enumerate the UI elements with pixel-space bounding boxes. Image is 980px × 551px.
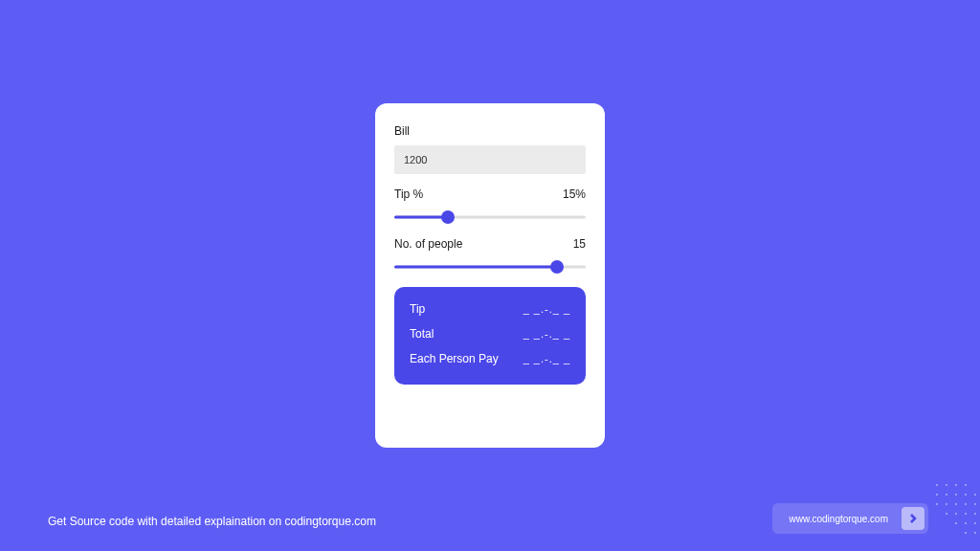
- decorative-dots: [903, 474, 980, 551]
- result-tip-value: _ _.-._ _: [523, 303, 570, 315]
- footer-link-label: www.codingtorque.com: [776, 508, 902, 530]
- people-value: 15: [573, 237, 586, 251]
- tip-slider-thumb[interactable]: [441, 210, 455, 224]
- result-total-label: Total: [410, 327, 434, 341]
- tip-value: 15%: [563, 187, 586, 201]
- bill-input[interactable]: [394, 145, 586, 174]
- tip-label: Tip %: [394, 187, 423, 201]
- tip-calculator-card: Bill Tip % 15% No. of people 15 Tip _ _.…: [375, 103, 605, 448]
- bill-label: Bill: [394, 124, 586, 138]
- result-tip-label: Tip: [410, 302, 425, 316]
- result-row-each: Each Person Pay _ _.-._ _: [410, 352, 570, 365]
- result-each-value: _ _.-._ _: [523, 353, 570, 364]
- people-slider[interactable]: [394, 260, 586, 274]
- result-total-value: _ _.-._ _: [523, 328, 570, 340]
- people-slider-header: No. of people 15: [394, 237, 586, 251]
- people-label: No. of people: [394, 237, 462, 251]
- people-slider-thumb[interactable]: [550, 260, 564, 274]
- tip-slider-header: Tip % 15%: [394, 187, 586, 201]
- tip-slider[interactable]: [394, 210, 586, 224]
- results-panel: Tip _ _.-._ _ Total _ _.-._ _ Each Perso…: [394, 287, 586, 385]
- result-row-tip: Tip _ _.-._ _: [410, 302, 570, 316]
- result-each-label: Each Person Pay: [410, 352, 499, 365]
- footer-text: Get Source code with detailed explainati…: [48, 515, 376, 528]
- result-row-total: Total _ _.-._ _: [410, 327, 570, 341]
